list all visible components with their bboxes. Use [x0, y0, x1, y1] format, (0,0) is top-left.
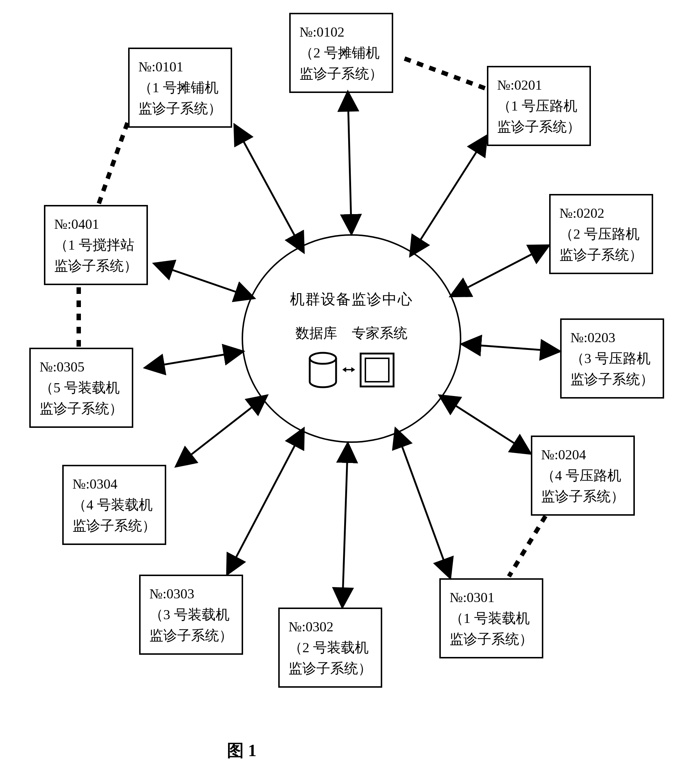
svg-point-0: [310, 353, 336, 364]
node-line2: （2 号摊铺机: [300, 42, 383, 63]
node-code: №:0102: [300, 22, 383, 42]
svg-line-12: [395, 428, 450, 578]
node-line2: （5 号装载机: [40, 377, 123, 398]
node-code: №:0301: [450, 587, 533, 608]
db-label: 数据库: [295, 324, 337, 343]
node-code: №:0302: [288, 616, 372, 637]
node-0201: №:0201 （1 号压路机 监诊子系统）: [487, 66, 591, 146]
node-code: №:0305: [40, 356, 123, 377]
node-line3: 监诊子系统）: [570, 369, 654, 390]
node-line3: 监诊子系统）: [40, 398, 123, 419]
node-0304: №:0304 （4 号装载机 监诊子系统）: [62, 465, 166, 545]
node-line2: （2 号压路机: [559, 224, 643, 245]
svg-line-13: [342, 443, 348, 607]
node-0204: №:0204 （4 号压路机 监诊子系统）: [531, 436, 635, 516]
expert-label: 专家系统: [352, 324, 407, 343]
node-0202: №:0202 （2 号压路机 监诊子系统）: [549, 194, 653, 274]
center-hub: 机群设备监诊中心 数据库 专家系统: [242, 234, 461, 443]
node-line3: 监诊子系统）: [541, 486, 625, 507]
svg-line-10: [461, 344, 560, 351]
node-line2: （2 号装载机: [288, 637, 372, 658]
node-0203: №:0203 （3 号压路机 监诊子系统）: [560, 318, 664, 399]
node-0401: №:0401 （1 号搅拌站 监诊子系统）: [44, 205, 148, 285]
node-line3: 监诊子系统）: [559, 245, 643, 265]
svg-line-17: [154, 263, 255, 298]
node-line3: 监诊子系统）: [138, 98, 222, 119]
node-line2: （4 号装载机: [72, 494, 156, 515]
svg-line-11: [439, 395, 531, 454]
node-line2: （1 号压路机: [497, 95, 581, 116]
node-line3: 监诊子系统）: [54, 255, 138, 276]
svg-marker-3: [352, 367, 355, 372]
node-line3: 监诊子系统）: [72, 515, 156, 536]
svg-line-21: [509, 516, 545, 576]
svg-rect-5: [365, 358, 389, 382]
node-line2: （3 号装载机: [149, 604, 233, 625]
node-line2: （1 号搅拌站: [54, 235, 138, 255]
node-code: №:0203: [570, 327, 654, 348]
node-line2: （1 号装载机: [450, 608, 533, 629]
center-title: 机群设备监诊中心: [290, 289, 413, 309]
node-line2: （4 号压路机: [541, 465, 625, 486]
svg-line-18: [405, 58, 489, 90]
node-0301: №:0301 （1 号装载机 监诊子系统）: [439, 578, 543, 659]
svg-line-15: [176, 395, 267, 467]
expert-system-icon: [359, 352, 395, 388]
node-0101: №:0101 （1 号摊铺机 监诊子系统）: [128, 48, 232, 128]
node-line3: 监诊子系统）: [497, 116, 581, 137]
center-icons-row: [308, 352, 395, 388]
node-code: №:0304: [72, 474, 156, 494]
node-line3: 监诊子系统）: [450, 629, 533, 650]
bidirectional-arrow-icon: [342, 365, 355, 374]
svg-line-19: [99, 121, 128, 203]
database-icon: [308, 352, 338, 388]
node-0102: №:0102 （2 号摊铺机 监诊子系统）: [289, 13, 393, 93]
svg-line-7: [348, 92, 352, 234]
node-line2: （1 号摊铺机: [138, 77, 222, 98]
node-code: №:0201: [497, 75, 581, 95]
node-0302: №:0302 （2 号装载机 监诊子系统）: [278, 607, 382, 688]
node-0305: №:0305 （5 号装载机 监诊子系统）: [29, 348, 133, 428]
node-code: №:0204: [541, 444, 625, 465]
node-code: №:0401: [54, 214, 138, 235]
node-line2: （3 号压路机: [570, 348, 654, 369]
svg-line-14: [227, 428, 304, 575]
node-code: №:0101: [138, 57, 222, 77]
node-code: №:0303: [149, 583, 233, 604]
svg-line-9: [450, 245, 549, 296]
svg-line-16: [145, 351, 243, 368]
node-0303: №:0303 （3 号装载机 监诊子系统）: [139, 575, 243, 655]
node-line3: 监诊子系统）: [288, 658, 372, 679]
svg-line-8: [410, 135, 487, 256]
center-labels-row: 数据库 专家系统: [295, 324, 407, 343]
svg-marker-2: [342, 367, 346, 372]
node-code: №:0202: [559, 203, 643, 224]
svg-line-6: [234, 125, 304, 253]
node-line3: 监诊子系统）: [149, 625, 233, 646]
node-line3: 监诊子系统）: [300, 63, 383, 84]
figure-label: 图 1: [227, 739, 257, 762]
